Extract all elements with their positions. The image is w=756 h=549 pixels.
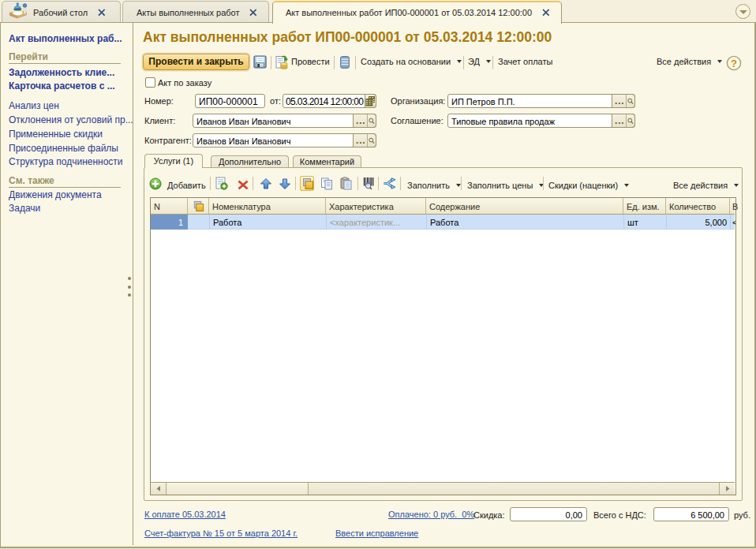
svg-text:?: ? (731, 58, 737, 69)
